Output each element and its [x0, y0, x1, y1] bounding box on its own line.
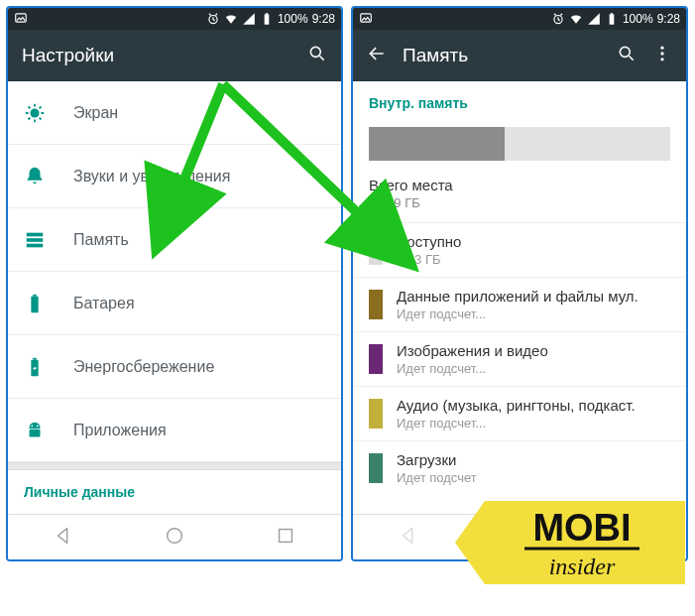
cell-signal-icon — [587, 12, 601, 26]
settings-item-apps[interactable]: Приложения — [8, 399, 341, 462]
swatch — [369, 290, 383, 319]
nav-recent-icon[interactable] — [275, 525, 296, 551]
nav-bar — [8, 514, 341, 559]
settings-item-label: Экран — [73, 104, 118, 122]
svg-point-24 — [660, 52, 663, 55]
settings-item-display[interactable]: Экран — [8, 81, 341, 145]
total-space: Всего места 11,99 ГБ — [353, 171, 686, 222]
back-arrow-icon[interactable] — [367, 44, 387, 67]
app-bar: Память — [353, 30, 686, 81]
settings-item-label: Приложения — [73, 422, 167, 439]
category-title: Изображения и видео — [397, 342, 548, 359]
alarm-icon — [551, 12, 565, 26]
gallery-icon — [14, 11, 28, 28]
total-space-value: 11,99 ГБ — [369, 195, 670, 210]
svg-rect-7 — [27, 238, 44, 242]
svg-rect-12 — [33, 357, 37, 359]
settings-item-sound[interactable]: Звуки и уведомления — [8, 145, 341, 208]
svg-rect-2 — [265, 14, 270, 24]
gallery-icon — [359, 11, 373, 28]
phone-settings: 100% 9:28 Настройки Экран Звуки и уведо — [6, 6, 343, 561]
clock-time: 9:28 — [657, 12, 680, 26]
total-space-label: Всего места — [369, 177, 670, 193]
category-row[interactable]: Загрузки Идет подсчет — [353, 440, 686, 495]
svg-rect-21 — [611, 13, 613, 14]
page-title: Память — [403, 45, 601, 66]
nav-bar — [353, 514, 686, 559]
nav-recent-icon[interactable] — [620, 525, 641, 551]
svg-point-4 — [310, 47, 320, 57]
clock-time: 9:28 — [312, 12, 335, 26]
svg-point-26 — [513, 528, 527, 543]
storage-list: Внутр. память Всего места 11,99 ГБ Досту… — [353, 81, 686, 514]
section-header-personal: Личные данные — [8, 470, 341, 506]
category-sub: Идет подсчет... — [397, 307, 638, 321]
section-header-internal: Внутр. память — [353, 81, 686, 117]
category-row[interactable]: Изображения и видео Идет подсчет... — [353, 331, 686, 386]
settings-item-label: Память — [73, 231, 129, 249]
category-sub: Идет подсчет — [397, 470, 477, 485]
battery-icon — [260, 12, 274, 26]
status-bar: 100% 9:28 — [353, 8, 686, 30]
divider — [8, 462, 341, 470]
svg-rect-10 — [33, 294, 37, 296]
battery-pct: 100% — [278, 12, 308, 26]
svg-rect-27 — [625, 529, 637, 542]
app-bar: Настройки — [8, 30, 341, 81]
storage-icon — [24, 229, 46, 251]
swatch — [369, 399, 383, 429]
swatch-available — [369, 235, 383, 265]
svg-rect-20 — [610, 14, 615, 24]
bell-icon — [24, 166, 46, 187]
wifi-icon — [569, 12, 583, 26]
settings-list: Экран Звуки и уведомления Память Батарея — [8, 81, 341, 514]
swatch — [369, 344, 383, 374]
android-icon — [24, 420, 46, 441]
category-row[interactable]: Аудио (музыка, рингтоны, подкаст. Идет п… — [353, 386, 686, 440]
svg-rect-8 — [27, 243, 44, 247]
overflow-menu-icon[interactable] — [652, 44, 672, 67]
svg-point-5 — [30, 108, 39, 117]
available-value: 6,63 ГБ — [397, 252, 461, 267]
cell-signal-icon — [242, 12, 256, 26]
available-row[interactable]: Доступно 6,63 ГБ — [353, 222, 686, 277]
svg-point-16 — [168, 528, 182, 543]
settings-item-label: Энергосбережение — [73, 358, 214, 376]
wifi-icon — [224, 12, 238, 26]
alarm-icon — [206, 12, 220, 26]
settings-item-storage[interactable]: Память — [8, 208, 341, 272]
settings-item-label: Батарея — [73, 295, 135, 312]
svg-rect-17 — [280, 529, 292, 542]
category-row[interactable]: Данные приложений и файлы мул. Идет подс… — [353, 277, 686, 331]
search-icon[interactable] — [617, 44, 637, 67]
brightness-icon — [24, 102, 46, 124]
storage-usage-bar — [353, 117, 686, 171]
swatch — [369, 453, 383, 483]
svg-rect-9 — [31, 296, 38, 312]
svg-point-23 — [660, 47, 663, 50]
nav-home-icon[interactable] — [164, 525, 185, 551]
nav-home-icon[interactable] — [509, 525, 530, 551]
category-title: Аудио (музыка, рингтоны, подкаст. — [397, 397, 636, 414]
svg-point-13 — [31, 425, 33, 427]
svg-point-25 — [660, 58, 663, 61]
battery-leaf-icon — [24, 356, 46, 378]
battery-vert-icon — [24, 293, 46, 314]
search-icon[interactable] — [307, 44, 327, 67]
category-title: Данные приложений и файлы мул. — [397, 288, 638, 305]
settings-item-label: Звуки и уведомления — [73, 168, 230, 185]
phone-storage: 100% 9:28 Память Внутр. память Всего мес… — [351, 6, 688, 561]
category-sub: Идет подсчет... — [397, 416, 636, 431]
svg-point-14 — [37, 425, 39, 427]
settings-item-powersave[interactable]: Энергосбережение — [8, 335, 341, 399]
category-sub: Идет подсчет... — [397, 361, 548, 376]
nav-back-icon[interactable] — [53, 525, 74, 551]
svg-rect-6 — [27, 232, 44, 236]
category-title: Загрузки — [397, 451, 477, 468]
svg-rect-15 — [30, 430, 41, 436]
available-label: Доступно — [397, 233, 461, 250]
status-bar: 100% 9:28 — [8, 8, 341, 30]
page-title: Настройки — [22, 45, 291, 66]
settings-item-battery[interactable]: Батарея — [8, 272, 341, 335]
nav-back-icon[interactable] — [398, 525, 419, 551]
